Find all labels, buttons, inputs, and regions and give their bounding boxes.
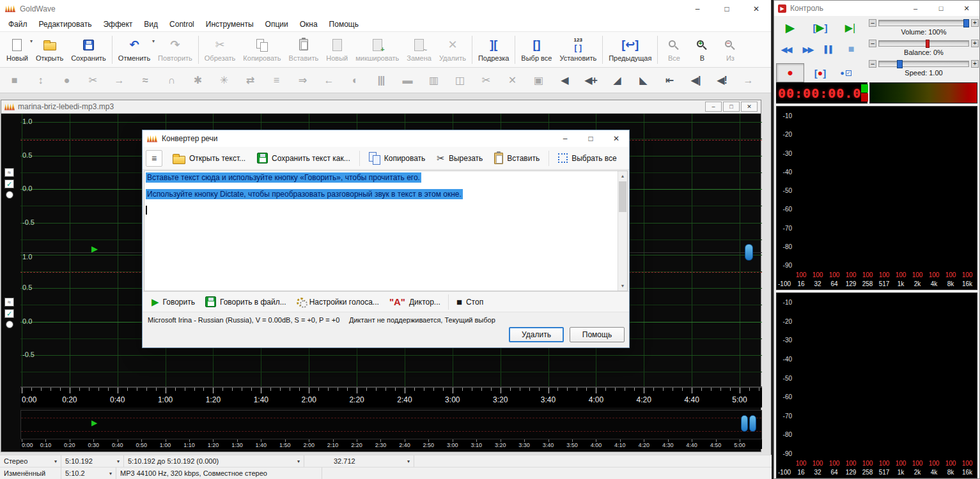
effect-half-moon-icon[interactable]: ◐ <box>347 75 362 86</box>
selection-handle[interactable] <box>745 244 753 261</box>
dialog-save-text-as-button[interactable]: Сохранить текст как... <box>252 150 355 166</box>
record-monitor-button[interactable]: ● ✓ <box>836 63 855 82</box>
effect-ramp-down-icon[interactable]: ◣ <box>635 74 651 86</box>
speech-text-area[interactable]: Вставьте текст сюда и используйте кнопку… <box>144 171 628 291</box>
channel2-view-icon[interactable]: ≈ <box>4 298 14 307</box>
status-cell[interactable]: 5:10.192▾ <box>61 455 124 467</box>
effect-arrow-left-icon[interactable]: ← <box>321 75 336 86</box>
fast-forward-button[interactable]: ▶▶ <box>798 41 818 57</box>
toolbar-open-button[interactable]: Открыть <box>32 33 67 66</box>
scroll-up-icon[interactable]: ▲ <box>618 171 627 181</box>
menu-item-6[interactable]: Опции <box>260 18 294 31</box>
effect-flower-a-icon[interactable]: ✱ <box>190 74 205 86</box>
effect-eq-list-icon[interactable]: ≡ <box>268 75 284 86</box>
toolbar-paste-new-button[interactable]: Новый <box>322 33 352 66</box>
text-scrollbar[interactable]: ▲ ▼ <box>618 171 627 291</box>
time-ruler[interactable]: 0:000:200:401:001:201:402:002:202:403:00… <box>20 387 762 407</box>
scroll-down-icon[interactable]: ▼ <box>618 281 627 291</box>
channel1-view-icon[interactable]: ≈ <box>4 168 14 177</box>
effect-wave-icon[interactable]: ≈ <box>137 75 153 86</box>
pause-button[interactable]: ▌▌ <box>820 41 839 57</box>
toolbar-new-button[interactable]: Новый▾ <box>3 33 32 66</box>
toolbar-cut-button[interactable]: ✂Обрезать <box>201 33 240 66</box>
effect-scissors-icon[interactable]: ✂ <box>478 74 494 86</box>
effect-ramp-up-icon[interactable]: ◢ <box>609 74 625 86</box>
playhead-marker[interactable]: ▶ <box>91 245 98 253</box>
effect-exchange-icon[interactable]: ⇄ <box>242 74 258 86</box>
play-selection-button[interactable]: [ ▶ ] <box>806 18 834 37</box>
channel1-radio[interactable] <box>6 191 13 199</box>
effect-window-split-icon[interactable]: ◫ <box>452 74 467 86</box>
action-stop-button[interactable]: ■Стоп <box>451 293 488 312</box>
volume-decrease-button[interactable]: – <box>869 19 876 27</box>
effect-cart-icon[interactable]: ▣ <box>531 74 546 86</box>
toolbar-paste-button[interactable]: Вставить <box>285 33 323 66</box>
toolbar-copy-button[interactable]: Копировать <box>239 33 284 66</box>
control-maximize-button[interactable]: □ <box>928 1 954 16</box>
audio-close-button[interactable]: ✕ <box>741 102 758 112</box>
dialog-copy-button[interactable]: Копировать <box>364 149 431 167</box>
close-button[interactable]: ✕ <box>742 0 771 17</box>
audio-restore-button[interactable]: □ <box>723 102 740 112</box>
effect-sliders-icon[interactable]: ||| <box>373 75 389 86</box>
maximize-button[interactable]: □ <box>712 0 742 17</box>
volume-slider-handle[interactable] <box>963 19 969 27</box>
menu-item-2[interactable]: Эффект <box>97 18 138 31</box>
audio-minimize-button[interactable]: – <box>705 102 722 112</box>
toolbar-zoom-out-button[interactable]: Из <box>716 33 744 66</box>
effect-arrow-double-icon[interactable]: ⇒ <box>295 74 310 86</box>
balance-slider[interactable] <box>878 40 969 47</box>
toolbar-delete-button[interactable]: ✕Удалить <box>435 33 470 66</box>
dialog-close-button[interactable]: ✕ <box>603 130 629 147</box>
menu-item-1[interactable]: Редактировать <box>33 18 98 31</box>
menu-item-5[interactable]: Инструменты <box>200 18 260 31</box>
record-selection-button[interactable]: [ ● ] <box>806 63 834 82</box>
action-voice-settings-button[interactable]: Настройки голоса... <box>292 295 384 309</box>
overview-selection-start-handle[interactable] <box>741 415 748 432</box>
toolbar-undo-button[interactable]: ↶Отменить▾ <box>114 33 154 66</box>
effect-final-arrow-icon[interactable]: → <box>740 75 756 86</box>
effect-square-icon[interactable]: ■ <box>6 75 22 86</box>
record-button[interactable]: ● <box>776 63 804 82</box>
effect-arrow-right-icon[interactable]: → <box>111 75 127 86</box>
speed-slider-handle[interactable] <box>897 60 903 68</box>
balance-left-button[interactable]: – <box>869 40 876 47</box>
overview-playhead-marker[interactable]: ▶ <box>91 419 97 427</box>
hamburger-menu-button[interactable]: ≡ <box>146 150 162 167</box>
action-speak-to-file-button[interactable]: Говорить в файл... <box>200 294 292 310</box>
dialog-paste-button[interactable]: Вставить <box>489 150 545 167</box>
toolbar-mix-button[interactable]: микшировать <box>352 33 403 66</box>
status-dropdown-icon[interactable]: ▾ <box>51 459 57 464</box>
play-button[interactable]: ▶ <box>776 18 804 37</box>
channel2-radio[interactable] <box>6 321 13 328</box>
effect-arch-icon[interactable]: ∩ <box>164 75 179 86</box>
effect-circle-icon[interactable]: ● <box>59 75 74 86</box>
toolbar-previous-button[interactable]: [↩]Предыдущая <box>605 33 655 66</box>
status-cell[interactable]: 5:10.2▾ <box>61 468 116 479</box>
minimize-button[interactable]: – <box>683 0 712 17</box>
status-cell[interactable]: MP3 44100 Hz, 320 kbps, Совместное стере… <box>116 468 322 479</box>
effect-speaker-bar-icon[interactable]: ◀| <box>688 74 703 86</box>
status-dropdown-icon[interactable]: ▾ <box>105 471 112 476</box>
toolbar-replace-button[interactable]: Замена <box>403 33 435 66</box>
effect-speaker-plus-icon[interactable]: ◀+ <box>583 74 598 86</box>
overview-bar[interactable] <box>20 410 762 439</box>
play-to-end-button[interactable]: ▶| <box>836 18 864 37</box>
channel1-checkbox[interactable]: ✓ <box>4 179 14 188</box>
volume-increase-button[interactable]: + <box>971 19 979 27</box>
control-close-button[interactable]: ✕ <box>954 1 979 16</box>
delete-button[interactable]: Удалить <box>509 327 564 342</box>
status-cell[interactable]: 32.712▾ <box>330 455 414 467</box>
effect-cut-x-icon[interactable]: ✂ <box>85 74 100 86</box>
speed-slider[interactable] <box>878 61 969 67</box>
status-cell[interactable]: Изменённый <box>0 468 61 479</box>
rewind-button[interactable]: ◀◀ <box>776 41 796 57</box>
toolbar-zoom-in-button[interactable]: В <box>688 33 716 66</box>
menu-item-7[interactable]: Окна <box>294 18 323 31</box>
balance-slider-handle[interactable] <box>926 40 929 48</box>
menu-item-4[interactable]: Control <box>164 18 200 31</box>
effect-speaker-icon[interactable]: ◀ <box>557 74 572 86</box>
effect-to-start-icon[interactable]: ⇤ <box>662 74 677 86</box>
speed-increase-button[interactable]: + <box>971 60 979 68</box>
status-dropdown-icon[interactable]: ▾ <box>293 459 300 464</box>
